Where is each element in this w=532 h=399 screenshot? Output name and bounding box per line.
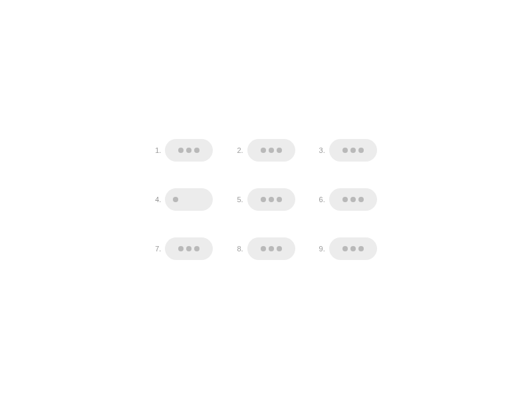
dot-icon xyxy=(350,246,356,251)
item-number-label: 7. xyxy=(155,245,161,253)
typing-indicator-icon xyxy=(165,237,213,260)
item-number-label: 9. xyxy=(319,245,325,253)
grid-cell: 9. xyxy=(319,237,377,260)
typing-indicator-icon xyxy=(165,188,213,211)
typing-indicator-icon xyxy=(247,188,295,211)
dot-icon xyxy=(342,246,348,251)
dot-icon xyxy=(194,148,200,153)
typing-indicator-icon xyxy=(247,237,295,260)
grid-cell: 3. xyxy=(319,139,377,162)
dot-icon xyxy=(261,246,266,251)
typing-indicator-icon xyxy=(329,188,377,211)
dot-icon xyxy=(269,197,274,202)
dot-icon xyxy=(342,148,348,153)
typing-indicator-icon xyxy=(329,237,377,260)
dot-icon xyxy=(350,148,356,153)
grid-cell: 6. xyxy=(319,188,377,211)
typing-indicator-icon xyxy=(247,139,295,162)
grid-cell: 4. xyxy=(155,188,213,211)
dot-icon xyxy=(358,246,364,251)
dot-icon xyxy=(194,246,200,251)
item-number-label: 3. xyxy=(319,146,325,154)
dot-icon xyxy=(178,148,184,153)
dot-icon xyxy=(342,197,348,202)
dot-icon xyxy=(186,148,192,153)
dot-icon xyxy=(350,197,356,202)
dot-icon xyxy=(277,197,282,202)
dot-icon xyxy=(358,148,364,153)
grid-cell: 5. xyxy=(237,188,295,211)
dot-icon xyxy=(269,148,274,153)
typing-indicator-icon xyxy=(329,139,377,162)
item-number-label: 4. xyxy=(155,196,161,203)
grid-cell: 7. xyxy=(155,237,213,260)
item-number-label: 1. xyxy=(155,146,161,154)
dot-icon xyxy=(261,197,266,202)
item-number-label: 6. xyxy=(319,196,325,203)
dot-icon xyxy=(173,197,178,202)
dot-icon xyxy=(269,246,274,251)
item-number-label: 5. xyxy=(237,196,243,203)
dot-icon xyxy=(178,246,184,251)
typing-indicator-icon xyxy=(165,139,213,162)
grid-cell: 8. xyxy=(237,237,295,260)
dot-icon xyxy=(186,246,192,251)
dot-icon xyxy=(261,148,266,153)
typing-indicator-grid: 1.2.3.4.5.6.7.8.9. xyxy=(155,139,377,260)
dot-icon xyxy=(358,197,364,202)
grid-cell: 1. xyxy=(155,139,213,162)
grid-cell: 2. xyxy=(237,139,295,162)
item-number-label: 8. xyxy=(237,245,243,253)
dot-icon xyxy=(277,246,282,251)
item-number-label: 2. xyxy=(237,146,243,154)
dot-icon xyxy=(277,148,282,153)
